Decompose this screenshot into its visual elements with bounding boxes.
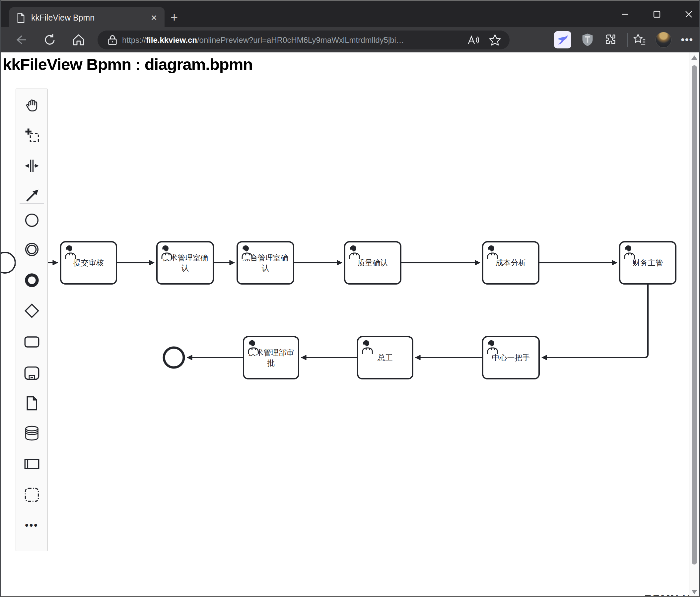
create-group-icon[interactable]	[23, 486, 41, 503]
collections-icon[interactable]	[632, 33, 646, 47]
url-host: file.kkview.cn	[146, 35, 197, 45]
create-end-event-icon[interactable]	[23, 271, 41, 289]
bpmn-palette: •••	[16, 88, 48, 551]
browser-titlebar: kkFileView Bpmn ✕ +	[1, 0, 700, 27]
create-gateway-icon[interactable]	[23, 302, 41, 319]
create-intermediate-event-icon[interactable]	[23, 241, 41, 258]
create-task-icon[interactable]	[23, 333, 41, 351]
flow-task6-task7	[542, 285, 648, 358]
home-icon[interactable]	[71, 32, 86, 47]
create-start-event-icon[interactable]	[23, 212, 41, 229]
palette-separator	[20, 203, 44, 204]
browser-tab[interactable]: kkFileView Bpmn ✕	[9, 7, 165, 28]
user-task-icon	[361, 340, 375, 355]
task-chief-engineer[interactable]: 总工	[357, 336, 414, 380]
scroll-down-icon[interactable]	[691, 590, 697, 594]
user-task-icon	[160, 245, 174, 260]
space-tool-icon[interactable]	[23, 157, 41, 175]
user-task-icon	[486, 245, 500, 260]
page-content: kkFileView Bpmn : diagram.bpmn	[1, 52, 699, 596]
task-cost-analysis[interactable]: 成本分析	[482, 241, 540, 285]
scrollbar-thumb[interactable]	[692, 65, 697, 565]
favorite-star-icon[interactable]	[488, 33, 502, 47]
browser-toolbar: https://file.kkview.cn/onlinePreview?url…	[1, 27, 700, 52]
thunder-extension-icon[interactable]	[554, 31, 571, 48]
url-scheme: https://	[122, 35, 146, 45]
task-label: 总工	[376, 353, 395, 363]
url-path: /onlinePreview?url=aHR0cHM6Ly9maWxlLmtrd…	[197, 35, 404, 45]
read-aloud-icon[interactable]	[467, 33, 480, 47]
address-bar[interactable]: https://file.kkview.cn/onlinePreview?url…	[98, 30, 509, 49]
url-text[interactable]: https://file.kkview.cn/onlinePreview?url…	[122, 35, 467, 45]
create-subprocess-icon[interactable]	[23, 364, 41, 382]
end-event[interactable]	[164, 347, 184, 367]
browser-window: kkFileView Bpmn : diagram.bpmn	[0, 0, 700, 597]
tab-close-icon[interactable]: ✕	[151, 14, 157, 22]
user-task-icon	[241, 245, 254, 260]
bpmn-canvas[interactable]	[1, 52, 699, 596]
window-minimize-icon[interactable]	[616, 6, 634, 23]
user-task-icon	[623, 245, 636, 260]
global-connect-tool-icon[interactable]	[23, 187, 41, 205]
window-close-icon[interactable]	[679, 6, 698, 23]
task-submit-review[interactable]: 提交审核	[60, 241, 117, 285]
task-tech-dept-approval[interactable]: 技术管理部审批	[243, 336, 299, 380]
back-icon[interactable]	[13, 32, 28, 47]
avatar[interactable]	[655, 32, 672, 48]
palette-more-icon[interactable]: •••	[23, 517, 41, 534]
vertical-scrollbar[interactable]	[689, 52, 699, 596]
task-tech-office-confirm[interactable]: 技术管理室确认	[156, 241, 214, 285]
tab-title: kkFileView Bpmn	[31, 13, 151, 23]
user-task-icon	[486, 340, 500, 355]
create-data-store-icon[interactable]	[23, 424, 41, 442]
hand-tool-icon[interactable]	[23, 96, 41, 113]
user-task-icon	[247, 340, 260, 355]
task-center-head[interactable]: 中心一把手	[482, 336, 540, 380]
scroll-up-icon[interactable]	[691, 55, 697, 60]
new-tab-icon[interactable]: +	[171, 11, 178, 24]
lasso-tool-icon[interactable]	[23, 126, 41, 144]
task-quality-confirm[interactable]: 质量确认	[344, 241, 401, 285]
user-task-icon	[348, 245, 361, 260]
refresh-icon[interactable]	[43, 32, 57, 47]
page-favicon-icon	[17, 13, 25, 23]
task-finance-director[interactable]: 财务主管	[619, 241, 676, 285]
window-maximize-icon[interactable]	[648, 6, 666, 23]
user-task-icon	[65, 245, 78, 260]
more-dots-icon[interactable]: •••	[681, 34, 693, 46]
toolbar-divider	[627, 33, 628, 47]
task-general-office-confirm[interactable]: 综合管理室确认	[236, 241, 294, 285]
bpmn-io-watermark[interactable]: BPMN.iO	[644, 592, 695, 597]
create-data-object-icon[interactable]	[23, 395, 41, 412]
start-event[interactable]	[1, 252, 15, 273]
create-participant-icon[interactable]	[23, 456, 41, 473]
tampermonkey-shield-icon[interactable]	[581, 33, 594, 47]
lock-icon	[107, 34, 118, 46]
extensions-puzzle-icon[interactable]	[604, 33, 617, 47]
